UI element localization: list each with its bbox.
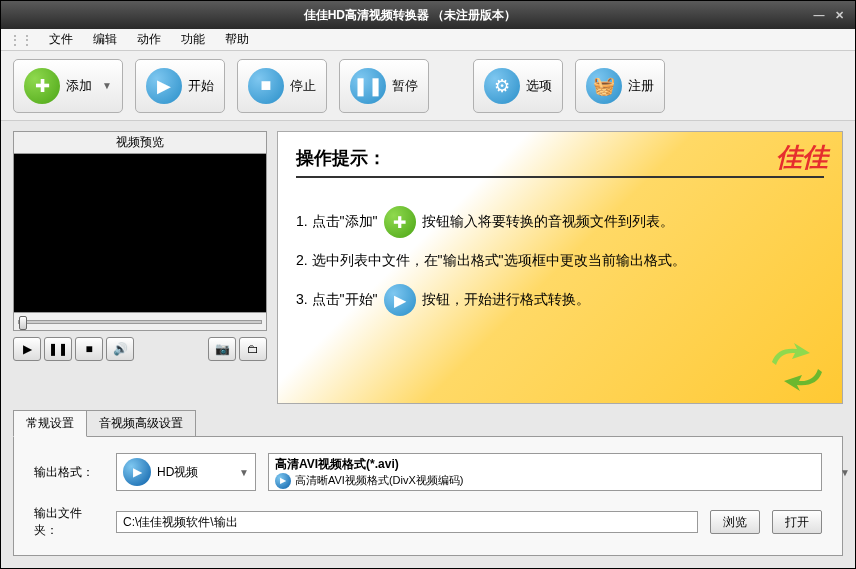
instruction-panel: 佳佳 操作提示： 1. 点击"添加" ✚ 按钮输入将要转换的音视频文件到列表。 …: [277, 131, 843, 404]
chevron-down-icon: ▼: [102, 80, 112, 91]
output-format-row: 输出格式： ▶ HD视频 ▼ 高清AVI视频格式(*.avi) ▶ 高清晰AVI…: [34, 453, 822, 491]
titlebar: 佳佳HD高清视频转换器 （未注册版本） — ✕: [1, 1, 855, 29]
preview-controls: ▶ ❚❚ ■ 🔊 📷 🗀: [13, 337, 267, 361]
pause-icon: ❚❚: [350, 68, 386, 104]
minimize-button[interactable]: —: [811, 8, 827, 22]
preview-title: 视频预览: [13, 131, 267, 153]
output-folder-label: 输出文件夹：: [34, 505, 104, 539]
basket-icon: 🧺: [586, 68, 622, 104]
slider-thumb[interactable]: [19, 316, 27, 330]
chevron-down-icon: ▼: [840, 467, 850, 478]
open-button[interactable]: 打开: [772, 510, 822, 534]
tabs: 常规设置 音视频高级设置: [13, 410, 843, 437]
output-folder-row: 输出文件夹： 浏览 打开: [34, 505, 822, 539]
inst-text: 1. 点击"添加": [296, 213, 378, 231]
window-title: 佳佳HD高清视频转换器 （未注册版本）: [9, 7, 811, 24]
start-button[interactable]: ▶ 开始: [135, 59, 225, 113]
pause-button[interactable]: ❚❚ 暂停: [339, 59, 429, 113]
instruction-line-2: 2. 选中列表中文件，在"输出格式"选项框中更改当前输出格式。: [296, 252, 824, 270]
options-button[interactable]: ⚙ 选项: [473, 59, 563, 113]
browse-button[interactable]: 浏览: [710, 510, 760, 534]
menu-action[interactable]: 动作: [129, 29, 169, 50]
menu-function[interactable]: 功能: [173, 29, 213, 50]
inst-text: 按钮，开始进行格式转换。: [422, 291, 590, 309]
slider-track: [18, 320, 262, 324]
menu-help[interactable]: 帮助: [217, 29, 257, 50]
instruction-line-1: 1. 点击"添加" ✚ 按钮输入将要转换的音视频文件到列表。: [296, 206, 824, 238]
menu-grip: ⋮⋮: [9, 33, 33, 47]
content-area: 视频预览 ▶ ❚❚ ■ 🔊 📷 🗀 佳佳 操作提示： 1. 点击"添加": [1, 121, 855, 404]
brand-logo: 佳佳: [776, 140, 828, 175]
pc-volume-button[interactable]: 🔊: [106, 337, 134, 361]
pc-folder-button[interactable]: 🗀: [239, 337, 267, 361]
tab-content: 输出格式： ▶ HD视频 ▼ 高清AVI视频格式(*.avi) ▶ 高清晰AVI…: [13, 436, 843, 556]
tab-general[interactable]: 常规设置: [13, 410, 87, 437]
stop-button[interactable]: ■ 停止: [237, 59, 327, 113]
pause-label: 暂停: [392, 77, 418, 95]
play-icon: ▶: [146, 68, 182, 104]
preview-slider[interactable]: [13, 313, 267, 331]
preview-video: [13, 153, 267, 313]
app-window: 佳佳HD高清视频转换器 （未注册版本） — ✕ ⋮⋮ 文件 编辑 动作 功能 帮…: [0, 0, 856, 569]
preview-panel: 视频预览 ▶ ❚❚ ■ 🔊 📷 🗀: [13, 131, 267, 404]
tab-advanced[interactable]: 音视频高级设置: [86, 410, 196, 437]
play-mini-icon: ▶: [275, 473, 291, 489]
combo-subtitle: 高清晰AVI视频格式(DivX视频编码): [295, 473, 463, 488]
options-label: 选项: [526, 77, 552, 95]
inst-text: 按钮输入将要转换的音视频文件到列表。: [422, 213, 674, 231]
settings-area: 常规设置 音视频高级设置 输出格式： ▶ HD视频 ▼ 高清AVI视频格式(*.…: [1, 404, 855, 568]
close-button[interactable]: ✕: [831, 8, 847, 22]
window-controls: — ✕: [811, 8, 847, 22]
stop-icon: ■: [248, 68, 284, 104]
toolbar: ✚ 添加 ▼ ▶ 开始 ■ 停止 ❚❚ 暂停 ⚙ 选项 🧺 注册: [1, 51, 855, 121]
instruction-title: 操作提示：: [296, 146, 824, 178]
format-category-combo[interactable]: ▶ HD视频 ▼: [116, 453, 256, 491]
pc-pause-button[interactable]: ❚❚: [44, 337, 72, 361]
register-label: 注册: [628, 77, 654, 95]
output-folder-input[interactable]: [116, 511, 698, 533]
menubar: ⋮⋮ 文件 编辑 动作 功能 帮助: [1, 29, 855, 51]
refresh-arrows-icon: [762, 337, 832, 397]
menu-edit[interactable]: 编辑: [85, 29, 125, 50]
start-label: 开始: [188, 77, 214, 95]
hd-icon: ▶: [123, 458, 151, 486]
menu-file[interactable]: 文件: [41, 29, 81, 50]
add-button[interactable]: ✚ 添加 ▼: [13, 59, 123, 113]
chevron-down-icon: ▼: [239, 467, 249, 478]
plus-icon: ✚: [384, 206, 416, 238]
register-button[interactable]: 🧺 注册: [575, 59, 665, 113]
instruction-line-3: 3. 点击"开始" ▶ 按钮，开始进行格式转换。: [296, 284, 824, 316]
inst-text: 3. 点击"开始": [296, 291, 378, 309]
combo-text: HD视频: [157, 464, 198, 481]
pc-play-button[interactable]: ▶: [13, 337, 41, 361]
plus-icon: ✚: [24, 68, 60, 104]
stop-label: 停止: [290, 77, 316, 95]
pc-snapshot-button[interactable]: 📷: [208, 337, 236, 361]
play-icon: ▶: [384, 284, 416, 316]
add-label: 添加: [66, 77, 92, 95]
output-format-label: 输出格式：: [34, 464, 104, 481]
pc-stop-button[interactable]: ■: [75, 337, 103, 361]
combo-title: 高清AVI视频格式(*.avi): [275, 456, 399, 473]
gear-icon: ⚙: [484, 68, 520, 104]
format-detail-combo[interactable]: 高清AVI视频格式(*.avi) ▶ 高清晰AVI视频格式(DivX视频编码) …: [268, 453, 822, 491]
inst-text: 2. 选中列表中文件，在"输出格式"选项框中更改当前输出格式。: [296, 252, 686, 270]
